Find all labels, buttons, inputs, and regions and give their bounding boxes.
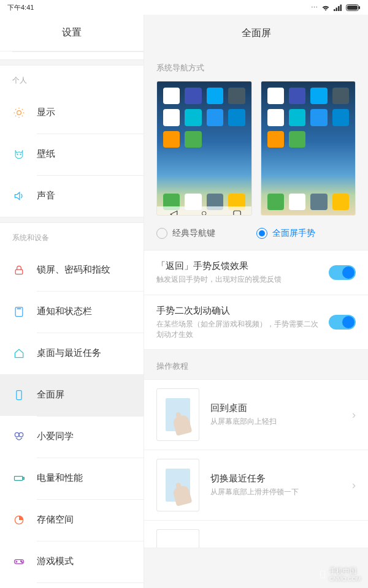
sidebar-item-label: 桌面与最近任务 — [37, 347, 101, 360]
wifi-icon — [321, 4, 330, 11]
storage-icon — [12, 513, 26, 527]
setting-desc: 在某些场景（如全屏游戏和视频），手势需要二次划动才生效 — [156, 319, 320, 340]
svg-rect-17 — [23, 477, 25, 479]
chevron-right-icon: › — [352, 409, 356, 421]
phone-icon — [12, 388, 26, 402]
gamepad-icon — [12, 555, 26, 568]
radio-label: 经典导航键 — [172, 228, 215, 239]
signal-icon — [334, 4, 342, 11]
detail-title: 全面屏 — [144, 15, 368, 51]
sidebar-item-display[interactable]: 显示 — [0, 92, 144, 134]
sidebar-item-fullscreen[interactable]: 全面屏 — [0, 374, 144, 416]
svg-point-14 — [15, 432, 19, 437]
battery-icon — [346, 4, 361, 11]
svg-rect-3 — [340, 4, 342, 11]
svg-rect-12 — [17, 308, 21, 309]
svg-rect-5 — [347, 6, 358, 10]
tutorial-desc: 从屏幕底部向上轻扫 — [210, 417, 341, 427]
sidebar-item-battery[interactable]: 电量和性能 — [0, 458, 144, 499]
chevron-right-icon: › — [352, 479, 356, 492]
setting-back-feedback[interactable]: 「返回」手势反馈效果 触发返回手势时，出现对应的视觉反馈 — [144, 250, 368, 295]
svg-point-8 — [17, 154, 18, 154]
sidebar-item-label: 电量和性能 — [37, 472, 83, 484]
svg-rect-16 — [15, 477, 23, 481]
sidebar-item-label: 锁屏、密码和指纹 — [37, 264, 110, 276]
dots-icon: ⋯ — [311, 4, 318, 12]
tutorial-next[interactable] — [144, 521, 368, 548]
sidebar-item-label: 声音 — [37, 190, 55, 202]
svg-rect-1 — [336, 7, 338, 11]
tutorial-recent[interactable]: 切换最近任务 从屏幕底部上滑并停顿一下 › — [144, 450, 368, 521]
settings-sidebar: 设置 个人 显示 壁纸 声音 系统和设备 锁屏、密码和指纹 通知和状态栏 — [0, 15, 144, 588]
sidebar-item-storage[interactable]: 存储空间 — [0, 499, 144, 541]
setting-title: 手势二次划动确认 — [156, 305, 320, 317]
radio-gesture[interactable]: 全面屏手势 — [256, 228, 356, 239]
status-icons: ⋯ — [311, 4, 361, 12]
svg-point-7 — [17, 111, 21, 115]
radio-classic[interactable]: 经典导航键 — [156, 228, 256, 239]
sidebar-item-label: 存储空间 — [37, 514, 74, 526]
battery-perf-icon — [12, 472, 26, 485]
svg-point-23 — [322, 576, 323, 577]
section-personal-label: 个人 — [0, 66, 144, 92]
sidebar-item-game[interactable]: 游戏模式 — [0, 541, 144, 582]
sidebar-item-label: 通知和状态栏 — [37, 306, 92, 318]
sidebar-item-xiaoai[interactable]: 小爱同学 — [0, 416, 144, 458]
tutorial-home[interactable]: 回到桌面 从屏幕底部向上轻扫 › — [144, 379, 368, 450]
status-time: 下午4:41 — [7, 3, 34, 12]
sidebar-item-label: 显示 — [37, 107, 55, 119]
toggle-switch[interactable] — [329, 315, 356, 330]
xiaoai-icon — [12, 430, 26, 443]
nav-section-header: 系统导航方式 — [144, 51, 368, 81]
radio-dot-icon — [156, 228, 167, 239]
radio-dot-icon — [256, 228, 267, 239]
status-bar: 下午4:41 ⋯ — [0, 0, 368, 15]
setting-title: 「返回」手势反馈效果 — [156, 260, 320, 272]
svg-point-20 — [21, 560, 22, 562]
notification-icon — [12, 305, 26, 318]
sidebar-item-label: 全面屏 — [37, 389, 64, 401]
preview-gesture[interactable] — [261, 81, 356, 216]
sidebar-item-label: 小爱同学 — [37, 431, 74, 443]
sidebar-item-wallpaper[interactable]: 壁纸 — [0, 134, 144, 175]
sidebar-item-sound[interactable]: 声音 — [0, 175, 144, 217]
setting-double-swipe[interactable]: 手势二次划动确认 在某些场景（如全屏游戏和视频），手势需要二次划动才生效 — [144, 295, 368, 350]
toggle-switch[interactable] — [329, 265, 356, 280]
sidebar-item-notification[interactable]: 通知和状态栏 — [0, 291, 144, 333]
sidebar-item-lab[interactable]: MIUI实验室 — [0, 582, 144, 588]
detail-pane: 全面屏 系统导航方式 ◁○▢ — [144, 15, 368, 588]
svg-point-21 — [21, 562, 23, 563]
home-icon — [12, 347, 26, 360]
radio-label: 全面屏手势 — [272, 228, 315, 239]
section-system-label: 系统和设备 — [0, 223, 144, 249]
sidebar-item-label: 游戏模式 — [37, 556, 74, 568]
nav-preview-row: ◁○▢ — [144, 81, 368, 222]
preview-classic[interactable]: ◁○▢ — [156, 81, 252, 216]
speaker-icon — [12, 189, 26, 203]
tutorial-thumb — [156, 529, 199, 548]
svg-point-9 — [20, 154, 21, 154]
sidebar-item-label: 壁纸 — [37, 148, 55, 160]
tutorial-thumb — [156, 388, 199, 441]
tutorial-title: 回到桌面 — [210, 402, 341, 414]
watermark-main: 手机中国 — [329, 567, 361, 576]
watermark-icon — [318, 570, 327, 579]
watermark: 手机中国 CNMO.COM — [318, 567, 361, 582]
sidebar-item-lock[interactable]: 锁屏、密码和指纹 — [0, 249, 144, 291]
nav-radio-row: 经典导航键 全面屏手势 — [144, 222, 368, 250]
sun-icon — [12, 106, 26, 119]
tutorial-title: 切换最近任务 — [210, 473, 341, 484]
lock-icon — [12, 263, 26, 277]
svg-rect-2 — [338, 6, 340, 11]
svg-point-15 — [19, 432, 23, 437]
tutorial-thumb — [156, 459, 199, 511]
tutorial-desc: 从屏幕底部上滑并停顿一下 — [210, 487, 341, 497]
cat-icon — [12, 148, 26, 161]
tutorial-section-header: 操作教程 — [144, 350, 368, 379]
svg-rect-0 — [334, 9, 335, 11]
svg-rect-6 — [359, 6, 360, 9]
sidebar-item-home[interactable]: 桌面与最近任务 — [0, 333, 144, 374]
sidebar-title: 设置 — [0, 15, 144, 51]
svg-rect-13 — [17, 391, 21, 400]
watermark-sub: CNMO.COM — [329, 576, 361, 582]
